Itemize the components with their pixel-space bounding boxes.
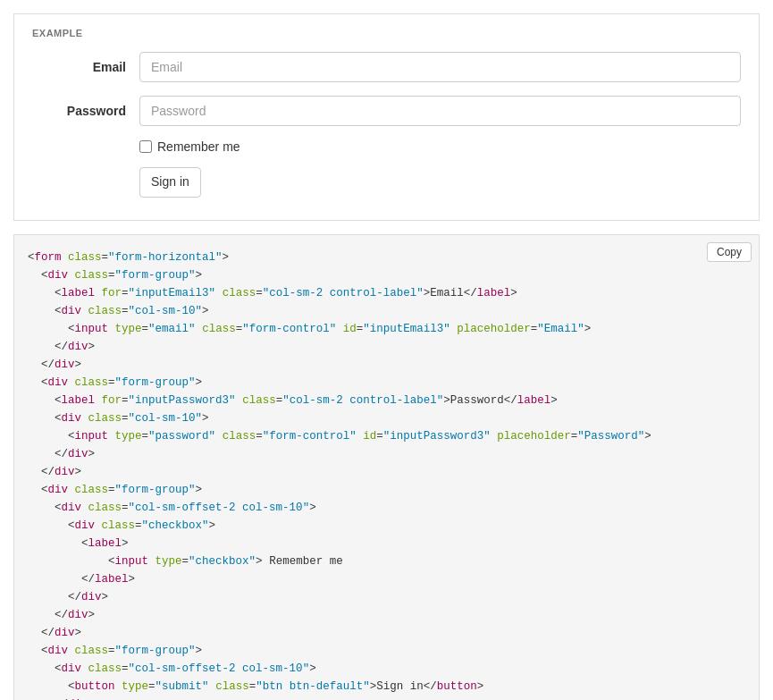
example-label: EXAMPLE	[32, 28, 741, 38]
example-form: Email Password Remember me	[32, 52, 741, 198]
code-block: <form class="form-horizontal"> <div clas…	[28, 249, 745, 700]
code-section: Copy <form class="form-horizontal"> <div…	[13, 234, 760, 700]
example-section: EXAMPLE Email Password Remember	[13, 13, 760, 221]
email-form-group: Email	[32, 52, 741, 82]
password-input[interactable]	[139, 96, 741, 126]
email-input[interactable]	[139, 52, 741, 82]
remember-me-label[interactable]: Remember me	[139, 139, 240, 154]
sign-in-button[interactable]: Sign in	[139, 167, 201, 198]
remember-me-text: Remember me	[157, 139, 240, 154]
copy-button[interactable]: Copy	[707, 242, 752, 262]
password-form-group: Password	[32, 96, 741, 126]
submit-group: Sign in	[32, 167, 741, 198]
password-input-wrapper	[139, 96, 741, 126]
remember-me-checkbox[interactable]	[139, 140, 152, 153]
page-container: EXAMPLE Email Password Remember	[0, 13, 773, 700]
email-input-wrapper	[139, 52, 741, 82]
remember-me-group: Remember me	[32, 139, 741, 154]
email-label: Email	[32, 60, 139, 74]
password-label: Password	[32, 104, 139, 118]
